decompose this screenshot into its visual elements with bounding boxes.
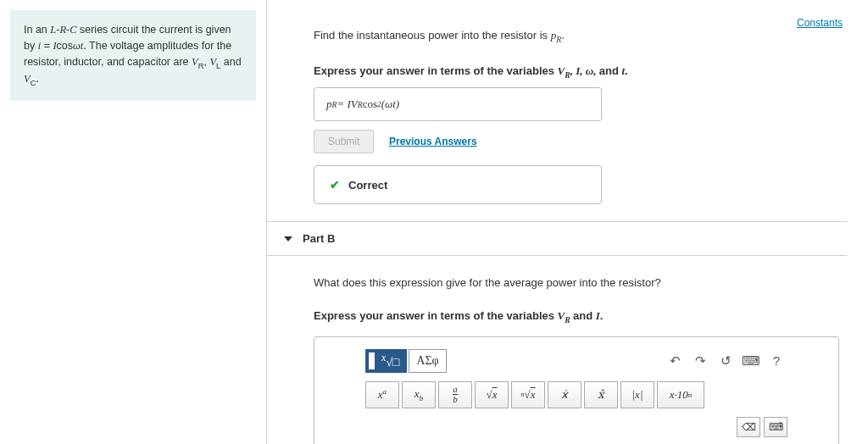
undo-icon[interactable]: ↶ xyxy=(664,351,686,371)
sym-xhat[interactable]: x̂ xyxy=(584,381,618,408)
parta-previous-answers-link[interactable]: Previous Answers xyxy=(389,136,477,147)
math-templates-tab[interactable]: x√□ xyxy=(365,349,407,373)
check-icon: ✔ xyxy=(330,178,340,191)
sym-superscript[interactable]: xa xyxy=(365,381,399,408)
sym-sqrt[interactable]: √x xyxy=(475,381,509,408)
redo-icon[interactable]: ↷ xyxy=(689,351,711,371)
symbol-row: xa xb ab √x n√x ẋ x̂ |x| x·10n xyxy=(365,381,787,408)
sym-nroot[interactable]: n√x xyxy=(511,381,545,408)
partb-express: Express your answer in terms of the vari… xyxy=(314,309,847,325)
sym-subscript[interactable]: xb xyxy=(402,381,436,408)
equation-editor: x√□ ΑΣφ ↶ ↷ ↺ ⌨ ? xa xb ab √x n√x ẋ x̂ xyxy=(314,336,839,444)
sym-abs[interactable]: |x| xyxy=(620,381,654,408)
constants-link[interactable]: Constants xyxy=(797,17,843,29)
parta-submit-button: Submit xyxy=(314,130,374,153)
partb-question: What does this expression give for the a… xyxy=(314,276,847,289)
sym-fraction[interactable]: ab xyxy=(438,381,472,408)
keyboard-small-icon[interactable]: ⌨̂ xyxy=(764,417,787,437)
correct-feedback: ✔ Correct xyxy=(314,165,602,204)
backspace-icon[interactable]: ⌫ xyxy=(737,417,760,437)
caret-down-icon xyxy=(284,236,292,241)
problem-statement: In an L-R-C series circuit the current i… xyxy=(10,10,256,101)
partb-header[interactable]: Part B xyxy=(267,221,847,256)
parta-prompt: Find the instantaneous power into the re… xyxy=(314,29,847,44)
reset-icon[interactable]: ↺ xyxy=(715,351,737,371)
greek-tab[interactable]: ΑΣφ xyxy=(409,349,446,373)
sym-sci[interactable]: x·10n xyxy=(657,381,704,408)
help-icon[interactable]: ? xyxy=(765,351,787,371)
parta-express: Express your answer in terms of the vari… xyxy=(314,64,847,80)
keyboard-icon[interactable]: ⌨ xyxy=(740,351,762,371)
parta-answer: pR = IVRcos2 (ωt) xyxy=(314,87,602,121)
sym-xdot[interactable]: ẋ xyxy=(548,381,581,408)
